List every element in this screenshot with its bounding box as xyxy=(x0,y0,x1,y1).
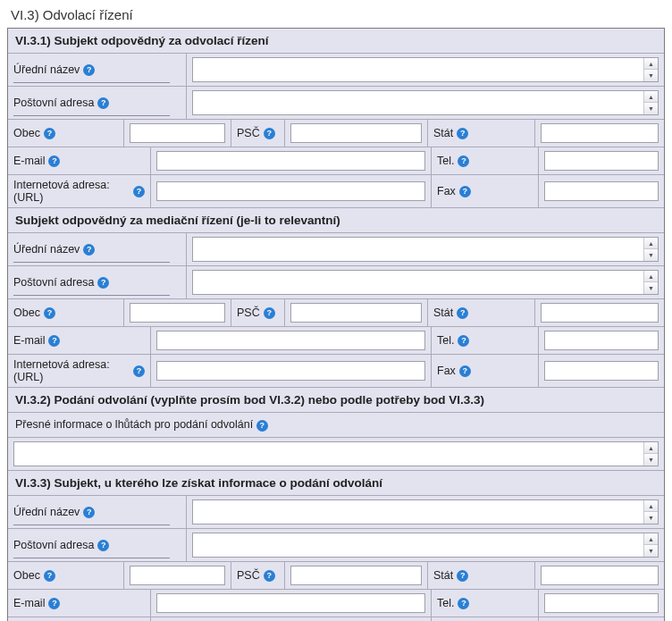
tel-input[interactable] xyxy=(544,593,659,613)
postal-address-input[interactable] xyxy=(193,533,643,557)
email-input-cell xyxy=(151,147,432,174)
help-icon[interactable]: ? xyxy=(97,540,109,551)
help-icon[interactable]: ? xyxy=(48,155,60,167)
postcode-input[interactable] xyxy=(290,566,422,585)
email-input[interactable] xyxy=(156,151,425,171)
stepper-down-icon[interactable]: ▼ xyxy=(644,282,658,294)
stepper-up-icon[interactable]: ▲ xyxy=(644,58,658,70)
help-icon[interactable]: ? xyxy=(133,365,145,377)
label-postal-631: Poštovní adresa ? xyxy=(8,87,187,119)
label-stat-631: Stát ? xyxy=(428,120,535,147)
postal-address-input[interactable] xyxy=(193,271,643,294)
label-tel-631: Tel. ? xyxy=(432,147,539,174)
city-input[interactable] xyxy=(130,303,225,323)
row-official-name-631: Úřední název ? ▲ ▼ xyxy=(8,54,664,87)
help-icon[interactable]: ? xyxy=(83,244,95,256)
stepper-down-icon[interactable]: ▼ xyxy=(644,454,658,466)
help-icon[interactable]: ? xyxy=(457,128,468,139)
help-icon[interactable]: ? xyxy=(264,128,275,139)
row-url-fax-631: Internetová adresa: (URL) ? Fax ? xyxy=(8,175,664,208)
country-input[interactable] xyxy=(541,123,659,143)
city-input-cell xyxy=(124,120,231,147)
tel-input[interactable] xyxy=(544,151,659,171)
country-input[interactable] xyxy=(541,566,659,585)
help-icon[interactable]: ? xyxy=(264,307,275,319)
stepper-down-icon[interactable]: ▼ xyxy=(644,103,658,114)
stepper-down-icon[interactable]: ▼ xyxy=(644,512,658,524)
stepper-down-icon[interactable]: ▼ xyxy=(644,249,658,261)
help-icon[interactable]: ? xyxy=(97,277,109,289)
stepper-up-icon[interactable]: ▲ xyxy=(644,500,658,512)
stepper-up-icon[interactable]: ▲ xyxy=(644,271,658,282)
help-icon[interactable]: ? xyxy=(48,598,60,609)
fax-input-cell xyxy=(539,175,664,207)
help-icon[interactable]: ? xyxy=(44,570,55,582)
help-icon[interactable]: ? xyxy=(83,507,95,518)
help-icon[interactable]: ? xyxy=(458,335,469,347)
country-input[interactable] xyxy=(541,303,659,323)
email-input[interactable] xyxy=(156,593,425,613)
help-icon[interactable]: ? xyxy=(48,335,60,347)
stepper-up-icon[interactable]: ▲ xyxy=(644,442,658,454)
row-url-fax-med: Internetová adresa: (URL) ? Fax ? xyxy=(8,355,664,388)
email-input[interactable] xyxy=(156,331,425,350)
city-input[interactable] xyxy=(130,566,225,585)
label-official-name-631: Úřední název ? xyxy=(8,54,187,86)
help-icon[interactable]: ? xyxy=(256,420,268,432)
stepper-down-icon[interactable]: ▼ xyxy=(644,545,658,557)
input-official-name-631: ▲ ▼ xyxy=(187,54,664,86)
help-icon[interactable]: ? xyxy=(459,186,471,197)
help-icon[interactable]: ? xyxy=(44,128,55,139)
url-input[interactable] xyxy=(156,181,425,201)
row-official-name-med: Úřední název ? ▲▼ xyxy=(8,233,664,266)
url-input[interactable] xyxy=(156,361,425,381)
official-name-input[interactable] xyxy=(193,238,643,261)
stat-input-cell xyxy=(535,120,664,147)
help-icon[interactable]: ? xyxy=(44,307,55,319)
postcode-input[interactable] xyxy=(290,123,422,143)
official-name-input[interactable] xyxy=(193,500,643,524)
stepper-down-icon[interactable]: ▼ xyxy=(644,70,658,81)
help-icon[interactable]: ? xyxy=(97,97,109,109)
section-632-heading: VI.3.2) Podání odvolání (vyplňte prosím … xyxy=(8,388,664,413)
postcode-input[interactable] xyxy=(290,303,422,323)
section-mediation-heading: Subjekt odpovědný za mediační řízení (je… xyxy=(8,208,664,233)
help-icon[interactable]: ? xyxy=(459,365,471,377)
label-psc-631: PSČ ? xyxy=(231,120,285,147)
row-url-fax-633: Internetová adresa: (URL) ? Fax ? xyxy=(8,617,664,621)
city-input[interactable] xyxy=(130,123,225,143)
row-postal-633: Poštovní adresa ? ▲▼ xyxy=(8,529,664,562)
help-icon[interactable]: ? xyxy=(133,186,145,197)
stepper-up-icon[interactable]: ▲ xyxy=(644,238,658,249)
help-icon[interactable]: ? xyxy=(458,155,469,167)
form-panel: VI.3.1) Subjekt odpovědný za odvolací ří… xyxy=(7,28,665,621)
label-city-631: Obec ? xyxy=(8,120,124,147)
stepper-up-icon[interactable]: ▲ xyxy=(644,91,658,103)
row-city-psc-stat-633: Obec ? PSČ ? Stát ? xyxy=(8,562,664,590)
tel-input[interactable] xyxy=(544,331,659,350)
stepper-up-icon[interactable]: ▲ xyxy=(644,533,658,545)
help-icon[interactable]: ? xyxy=(457,570,468,582)
url-input-cell xyxy=(151,175,432,207)
postal-address-input[interactable] xyxy=(193,91,643,114)
fax-input[interactable] xyxy=(544,361,659,381)
row-email-tel-631: E-mail ? Tel. ? xyxy=(8,147,664,175)
official-name-input[interactable] xyxy=(193,58,643,81)
help-icon[interactable]: ? xyxy=(83,64,95,76)
stepper: ▲ ▼ xyxy=(643,91,658,114)
fax-input[interactable] xyxy=(544,181,659,201)
help-icon[interactable]: ? xyxy=(457,307,468,319)
section-631-heading: VI.3.1) Subjekt odpovědný za odvolací ří… xyxy=(8,29,664,54)
help-icon[interactable]: ? xyxy=(264,570,275,582)
label-official-name-med: Úřední název ? xyxy=(8,233,187,265)
page-title: VI.3) Odvolací řízení xyxy=(7,7,665,22)
row-official-name-633: Úřední název ? ▲▼ xyxy=(8,496,664,529)
row-postal-med: Poštovní adresa ? ▲▼ xyxy=(8,266,664,299)
psc-input-cell xyxy=(285,120,428,147)
label-fax-631: Fax ? xyxy=(432,175,539,207)
label-url-631: Internetová adresa: (URL) ? xyxy=(8,175,151,207)
help-icon[interactable]: ? xyxy=(458,598,469,609)
row-email-tel-med: E-mail ? Tel. ? xyxy=(8,327,664,355)
detail-input[interactable] xyxy=(14,442,643,466)
section-633-heading: VI.3.3) Subjekt, u kterého lze získat in… xyxy=(8,471,664,496)
